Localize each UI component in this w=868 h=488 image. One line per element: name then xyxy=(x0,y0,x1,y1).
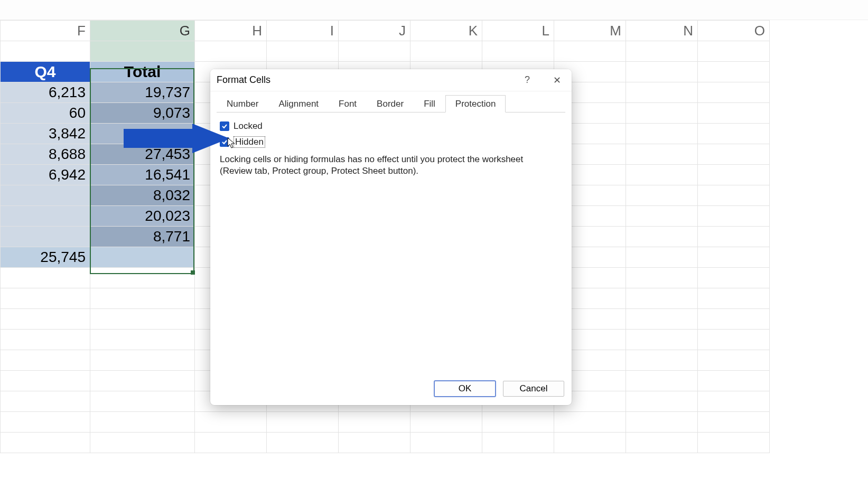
dialog-title: Format Cells xyxy=(217,74,270,86)
cell[interactable]: 3,842 xyxy=(1,124,90,144)
cell[interactable]: 8,688 xyxy=(1,144,90,165)
tab-fill[interactable]: Fill xyxy=(414,95,445,112)
col-header-O[interactable]: O xyxy=(698,21,770,41)
col-header-N[interactable]: N xyxy=(626,21,698,41)
help-button[interactable]: ? xyxy=(512,69,542,91)
tab-protection[interactable]: Protection xyxy=(445,95,506,112)
annotation-arrow xyxy=(124,124,229,153)
tab-font[interactable]: Font xyxy=(329,95,367,112)
column-header-row[interactable]: F G H I J K L M N O xyxy=(1,21,770,41)
mouse-cursor-icon xyxy=(227,137,236,149)
tab-alignment[interactable]: Alignment xyxy=(268,95,329,112)
col-header-H[interactable]: H xyxy=(195,21,267,41)
cell[interactable] xyxy=(1,185,90,206)
cell[interactable] xyxy=(1,227,90,247)
app-toolbar-area xyxy=(0,0,868,20)
ok-button[interactable]: OK xyxy=(434,381,496,397)
sum-q4[interactable]: 25,745 xyxy=(1,247,90,268)
dialog-tabs: Number Alignment Font Border Fill Protec… xyxy=(217,95,565,112)
hidden-label[interactable]: Hidden xyxy=(234,136,265,148)
format-cells-dialog: Format Cells ? ✕ Number Alignment Font B… xyxy=(210,69,572,405)
tab-number[interactable]: Number xyxy=(217,95,268,112)
cell[interactable]: 19,737 xyxy=(90,82,195,103)
sum-total[interactable] xyxy=(90,247,195,268)
protection-info-text: Locking cells or hiding formulas has no … xyxy=(220,154,547,177)
col-header-K[interactable]: K xyxy=(410,21,482,41)
cell[interactable]: 8,771 xyxy=(90,227,195,247)
col-header-L[interactable]: L xyxy=(482,21,554,41)
header-total[interactable]: Total xyxy=(90,62,195,82)
cell[interactable]: 16,541 xyxy=(90,165,195,185)
cell[interactable]: 9,073 xyxy=(90,103,195,124)
cell[interactable]: 20,023 xyxy=(90,206,195,227)
col-header-F[interactable]: F xyxy=(1,21,90,41)
col-header-M[interactable]: M xyxy=(554,21,626,41)
dialog-titlebar[interactable]: Format Cells ? ✕ xyxy=(210,69,572,91)
cell[interactable]: 6,942 xyxy=(1,165,90,185)
cell[interactable]: 60 xyxy=(1,103,90,124)
col-header-G[interactable]: G xyxy=(90,21,195,41)
cell[interactable] xyxy=(1,206,90,227)
svg-marker-0 xyxy=(124,124,229,153)
dialog-footer: OK Cancel xyxy=(210,376,572,405)
locked-label[interactable]: Locked xyxy=(234,121,263,132)
protection-tab-panel: Locked Hidden Locking cells or hiding fo… xyxy=(217,112,565,184)
col-header-I[interactable]: I xyxy=(267,21,339,41)
cancel-button[interactable]: Cancel xyxy=(503,381,564,397)
cell[interactable]: 6,213 xyxy=(1,82,90,103)
cell[interactable]: 8,032 xyxy=(90,185,195,206)
tab-border[interactable]: Border xyxy=(367,95,414,112)
close-button[interactable]: ✕ xyxy=(542,69,572,91)
header-q4[interactable]: Q4 xyxy=(1,62,90,82)
col-header-J[interactable]: J xyxy=(339,21,410,41)
